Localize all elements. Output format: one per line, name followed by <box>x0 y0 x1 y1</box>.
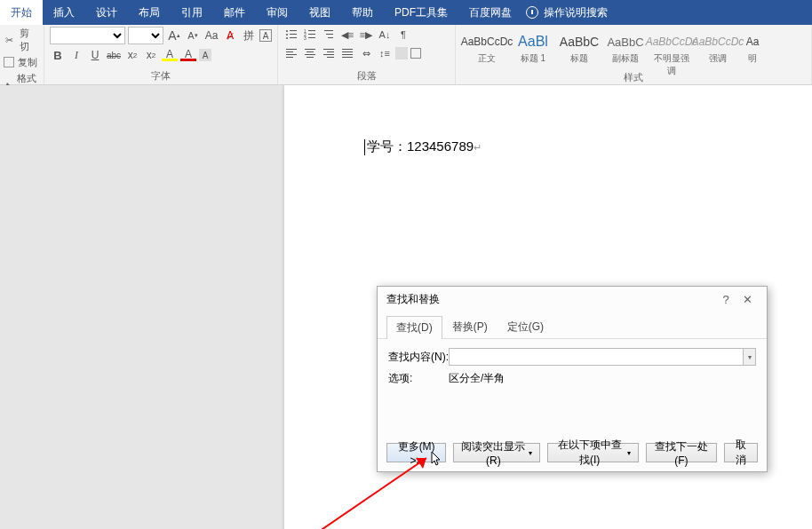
char-shading-button[interactable]: A <box>199 49 211 61</box>
strike-button[interactable]: abc <box>106 47 122 63</box>
style-name: 正文 <box>466 52 508 65</box>
italic-button[interactable]: I <box>68 47 84 63</box>
svg-text:3: 3 <box>304 36 306 41</box>
svg-point-0 <box>286 30 288 32</box>
document-area[interactable]: 学号：123456789↵ 学 生XXX↵ 指导教师XXX↵ 年 级2020↵ … <box>0 85 812 529</box>
svg-rect-30 <box>342 57 353 58</box>
line-spacing-button[interactable]: ↕≡ <box>377 45 393 61</box>
svg-rect-16 <box>286 51 293 52</box>
tab-replace[interactable]: 替换(P) <box>442 315 498 338</box>
tab-view[interactable]: 视图 <box>299 0 341 25</box>
find-content-label: 查找内容(N): <box>388 350 449 365</box>
multilevel-button[interactable] <box>321 27 337 43</box>
svg-rect-9 <box>308 34 315 35</box>
cancel-button[interactable]: 取消 <box>724 443 758 462</box>
char-border-button[interactable]: A <box>259 29 272 42</box>
paragraph-mark-icon: ↵ <box>474 142 482 153</box>
style-emphasis[interactable]: AaBbCcDc强调 <box>696 28 740 69</box>
style-preview: AaBbC <box>604 31 647 52</box>
font-size-select[interactable] <box>128 27 163 44</box>
cut-button[interactable]: 剪切 <box>5 27 38 53</box>
button-label: 在以下项中查找(I) <box>555 438 625 468</box>
svg-rect-28 <box>342 51 353 52</box>
underline-button[interactable]: U <box>87 47 103 63</box>
styles-group-label: 样式 <box>461 69 806 84</box>
dialog-close-button[interactable]: ✕ <box>736 293 758 306</box>
distribute-button[interactable]: ⇔ <box>358 45 374 61</box>
style-preview: AaBl <box>512 31 554 52</box>
dialog-titlebar[interactable]: 查找和替换 ? ✕ <box>378 287 767 312</box>
find-history-dropdown[interactable]: ▾ <box>744 348 756 366</box>
sort-button[interactable]: A↓ <box>377 27 393 43</box>
dialog-help-button[interactable]: ? <box>715 293 736 306</box>
svg-rect-3 <box>290 34 297 35</box>
tab-design[interactable]: 设计 <box>85 0 128 25</box>
show-marks-button[interactable]: ¶ <box>395 27 411 43</box>
style-normal[interactable]: AaBbCcDc正文 <box>465 28 509 69</box>
tab-baidu[interactable]: 百度网盘 <box>458 0 522 25</box>
style-heading1[interactable]: AaBl标题 1 <box>511 28 555 69</box>
tab-find[interactable]: 查找(D) <box>386 316 442 339</box>
copy-button[interactable]: 复制 <box>5 56 38 69</box>
style-name: 强调 <box>697 52 739 65</box>
find-content-input[interactable] <box>449 348 744 366</box>
svg-point-4 <box>286 37 288 39</box>
tell-me-search[interactable]: 操作说明搜索 <box>526 5 608 20</box>
font-name-select[interactable] <box>50 27 125 44</box>
align-left-button[interactable] <box>283 45 299 61</box>
svg-rect-27 <box>342 49 353 50</box>
svg-rect-19 <box>305 49 315 50</box>
numbering-button[interactable]: 123 <box>302 27 318 43</box>
font-color-button[interactable]: A <box>180 49 196 61</box>
tab-layout[interactable]: 布局 <box>128 0 171 25</box>
subscript-button[interactable]: x2 <box>124 47 140 63</box>
dialog-body: 查找内容(N): ▾ 选项: 区分全/半角 <box>378 339 767 400</box>
borders-button[interactable] <box>410 48 421 59</box>
grow-font-button[interactable]: A▴ <box>166 28 182 43</box>
dialog-button-row: 更多(M) >> 阅读突出显示(R)▾ 在以下项中查找(I)▾ 查找下一处(F)… <box>386 443 758 462</box>
change-case-button[interactable]: Aa <box>203 28 219 43</box>
shrink-font-button[interactable]: A▾ <box>185 28 201 43</box>
chevron-down-icon: ▾ <box>627 449 631 457</box>
align-center-button[interactable] <box>302 45 318 61</box>
scissors-icon <box>5 35 16 46</box>
find-replace-dialog: 查找和替换 ? ✕ 查找(D) 替换(P) 定位(G) 查找内容(N): ▾ 选… <box>377 286 768 472</box>
find-in-button[interactable]: 在以下项中查找(I)▾ <box>547 443 639 462</box>
style-intense[interactable]: Aa明 <box>742 28 763 69</box>
justify-button[interactable] <box>339 45 355 61</box>
font-group-label: 字体 <box>50 67 272 83</box>
bold-button[interactable]: B <box>50 47 66 63</box>
shading-button[interactable] <box>395 47 408 59</box>
decrease-indent-button[interactable]: ◀≡ <box>339 27 355 43</box>
tab-pdf[interactable]: PDF工具集 <box>384 0 458 25</box>
tab-review[interactable]: 审阅 <box>256 0 299 25</box>
svg-rect-14 <box>328 37 333 38</box>
clear-format-button[interactable]: A̷ <box>222 28 238 43</box>
svg-rect-26 <box>327 57 334 58</box>
reading-highlight-button[interactable]: 阅读突出显示(R)▾ <box>453 443 539 462</box>
highlight-button[interactable]: A <box>162 49 178 61</box>
tab-insert[interactable]: 插入 <box>43 0 85 25</box>
style-preview: AaBbCcDc <box>697 31 739 52</box>
more-options-button[interactable]: 更多(M) >> <box>386 443 446 462</box>
style-title[interactable]: AaBbC标题 <box>557 28 601 69</box>
tab-mailings[interactable]: 邮件 <box>213 0 256 25</box>
style-subtitle[interactable]: AaBbC副标题 <box>603 28 648 69</box>
increase-indent-button[interactable]: ≡▶ <box>358 27 374 43</box>
bullets-button[interactable] <box>283 27 299 43</box>
phonetic-button[interactable]: 拼 <box>241 28 257 43</box>
svg-rect-15 <box>286 49 297 50</box>
group-font: A▴ A▾ Aa A̷ 拼 A B I U abc x2 x2 A A A 字体 <box>44 25 278 84</box>
align-right-button[interactable] <box>321 45 337 61</box>
svg-rect-7 <box>308 30 315 31</box>
group-styles: AaBbCcDc正文 AaBl标题 1 AaBbC标题 AaBbC副标题 AaB… <box>456 25 812 84</box>
tab-home[interactable]: 开始 <box>0 0 43 25</box>
find-next-button[interactable]: 查找下一处(F) <box>646 443 718 462</box>
tab-help[interactable]: 帮助 <box>341 0 384 25</box>
superscript-button[interactable]: x2 <box>143 47 159 63</box>
tab-goto[interactable]: 定位(G) <box>498 315 553 338</box>
group-clipboard: 剪切 复制 格式刷 贴板 <box>0 25 44 84</box>
ribbon-tabs: 开始 插入 设计 布局 引用 邮件 审阅 视图 帮助 PDF工具集 百度网盘 操… <box>0 0 812 25</box>
style-subtle-emphasis[interactable]: AaBbCcDc不明显强调 <box>649 28 694 69</box>
tab-references[interactable]: 引用 <box>171 0 213 25</box>
